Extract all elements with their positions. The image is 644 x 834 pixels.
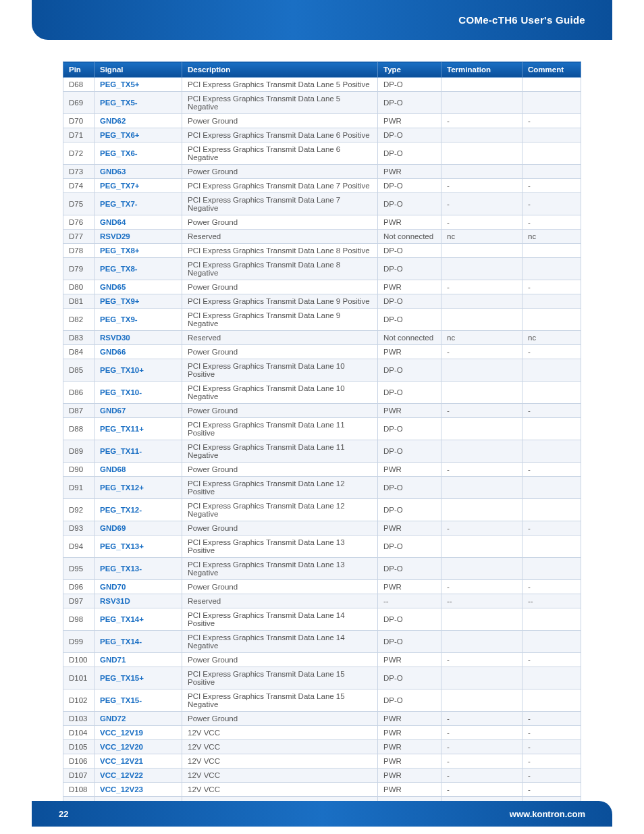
cell-comment: - bbox=[522, 726, 581, 740]
cell-description: PCI Express Graphics Transmit Data Lane … bbox=[182, 418, 378, 440]
cell-signal: PEG_TX11+ bbox=[95, 418, 182, 440]
cell-type: DP-O bbox=[378, 631, 441, 653]
cell-comment: - bbox=[522, 114, 581, 128]
cell-type: PWR bbox=[378, 726, 441, 740]
cell-pin: D68 bbox=[63, 78, 95, 92]
cell-comment bbox=[522, 477, 581, 499]
cell-signal: GND71 bbox=[95, 653, 182, 667]
cell-termination: - bbox=[441, 783, 522, 797]
cell-description: PCI Express Graphics Transmit Data Lane … bbox=[182, 309, 378, 331]
cell-comment: - bbox=[522, 783, 581, 797]
cell-signal: PEG_TX15+ bbox=[95, 667, 182, 689]
cell-type: PWR bbox=[378, 653, 441, 667]
cell-termination: nc bbox=[441, 331, 522, 345]
cell-signal: RSV31D bbox=[95, 594, 182, 608]
cell-signal: GND66 bbox=[95, 345, 182, 359]
cell-pin: D84 bbox=[63, 345, 95, 359]
cell-termination: -- bbox=[441, 594, 522, 608]
cell-type: PWR bbox=[378, 404, 441, 418]
table-row: D68PEG_TX5+PCI Express Graphics Transmit… bbox=[63, 78, 581, 92]
table-row: D85PEG_TX10+PCI Express Graphics Transmi… bbox=[63, 359, 581, 382]
cell-description: Power Ground bbox=[182, 463, 378, 477]
table-row: D104VCC_12V1912V VCCPWR-- bbox=[63, 726, 581, 740]
cell-pin: D86 bbox=[63, 382, 95, 404]
table-row: D81PEG_TX9+PCI Express Graphics Transmit… bbox=[63, 294, 581, 309]
table-row: D83RSVD30ReservedNot connectedncnc bbox=[63, 331, 581, 345]
cell-termination bbox=[441, 92, 522, 114]
cell-comment bbox=[522, 558, 581, 580]
cell-termination bbox=[441, 258, 522, 280]
cell-comment bbox=[522, 418, 581, 440]
cell-termination bbox=[441, 78, 522, 92]
cell-pin: D92 bbox=[63, 499, 95, 521]
table-row: D72PEG_TX6-PCI Express Graphics Transmit… bbox=[63, 142, 581, 165]
cell-comment bbox=[522, 689, 581, 712]
cell-termination: - bbox=[441, 193, 522, 215]
cell-description: PCI Express Graphics Transmit Data Lane … bbox=[182, 179, 378, 193]
cell-pin: D80 bbox=[63, 280, 95, 294]
cell-description: PCI Express Graphics Transmit Data Lane … bbox=[182, 142, 378, 165]
cell-signal: PEG_TX8- bbox=[95, 258, 182, 280]
cell-type: DP-O bbox=[378, 418, 441, 440]
cell-description: PCI Express Graphics Transmit Data Lane … bbox=[182, 128, 378, 142]
table-row: D80GND65Power GroundPWR-- bbox=[63, 280, 581, 294]
cell-type: DP-O bbox=[378, 193, 441, 215]
cell-description: 12V VCC bbox=[182, 783, 378, 797]
cell-pin: D70 bbox=[63, 114, 95, 128]
cell-pin: D81 bbox=[63, 294, 95, 309]
cell-signal: GND67 bbox=[95, 404, 182, 418]
cell-type: -- bbox=[378, 594, 441, 608]
table-row: D90GND68Power GroundPWR-- bbox=[63, 463, 581, 477]
cell-termination: - bbox=[441, 740, 522, 754]
cell-comment bbox=[522, 309, 581, 331]
cell-comment bbox=[522, 142, 581, 165]
cell-signal: PEG_TX8+ bbox=[95, 244, 182, 258]
cell-signal: PEG_TX5- bbox=[95, 92, 182, 114]
cell-comment bbox=[522, 244, 581, 258]
cell-description: Power Ground bbox=[182, 404, 378, 418]
cell-description: Power Ground bbox=[182, 521, 378, 536]
cell-signal: PEG_TX13+ bbox=[95, 536, 182, 558]
cell-signal: RSVD29 bbox=[95, 230, 182, 244]
cell-type: DP-O bbox=[378, 309, 441, 331]
cell-signal: GND63 bbox=[95, 165, 182, 179]
cell-type: DP-O bbox=[378, 667, 441, 689]
cell-type: PWR bbox=[378, 768, 441, 783]
cell-termination bbox=[441, 128, 522, 142]
table-row: D97RSV31DReserved------ bbox=[63, 594, 581, 608]
cell-type: DP-O bbox=[378, 477, 441, 499]
cell-signal: PEG_TX9+ bbox=[95, 294, 182, 309]
cell-termination: - bbox=[441, 404, 522, 418]
cell-type: DP-O bbox=[378, 258, 441, 280]
cell-type: PWR bbox=[378, 463, 441, 477]
cell-comment bbox=[522, 382, 581, 404]
cell-pin: D90 bbox=[63, 463, 95, 477]
cell-termination: nc bbox=[441, 230, 522, 244]
cell-termination bbox=[441, 631, 522, 653]
table-row: D106VCC_12V2112V VCCPWR-- bbox=[63, 754, 581, 768]
cell-description: 12V VCC bbox=[182, 768, 378, 783]
cell-description: PCI Express Graphics Transmit Data Lane … bbox=[182, 294, 378, 309]
cell-termination bbox=[441, 359, 522, 382]
table-row: D74PEG_TX7+PCI Express Graphics Transmit… bbox=[63, 179, 581, 193]
cell-pin: D82 bbox=[63, 309, 95, 331]
cell-type: DP-O bbox=[378, 244, 441, 258]
table-row: D87GND67Power GroundPWR-- bbox=[63, 404, 581, 418]
table-row: D70GND62Power GroundPWR-- bbox=[63, 114, 581, 128]
page-content: Pin Signal Description Type Termination … bbox=[32, 40, 612, 834]
cell-signal: PEG_TX13- bbox=[95, 558, 182, 580]
cell-signal: VCC_12V21 bbox=[95, 754, 182, 768]
cell-pin: D88 bbox=[63, 418, 95, 440]
cell-termination bbox=[441, 608, 522, 631]
table-row: D94PEG_TX13+PCI Express Graphics Transmi… bbox=[63, 536, 581, 558]
cell-description: PCI Express Graphics Transmit Data Lane … bbox=[182, 440, 378, 463]
cell-pin: D71 bbox=[63, 128, 95, 142]
cell-description: 12V VCC bbox=[182, 754, 378, 768]
cell-termination bbox=[441, 440, 522, 463]
cell-comment: - bbox=[522, 653, 581, 667]
page-header: COMe-cTH6 User's Guide bbox=[32, 0, 612, 40]
cell-pin: D108 bbox=[63, 783, 95, 797]
cell-termination: - bbox=[441, 179, 522, 193]
cell-pin: D75 bbox=[63, 193, 95, 215]
cell-pin: D74 bbox=[63, 179, 95, 193]
